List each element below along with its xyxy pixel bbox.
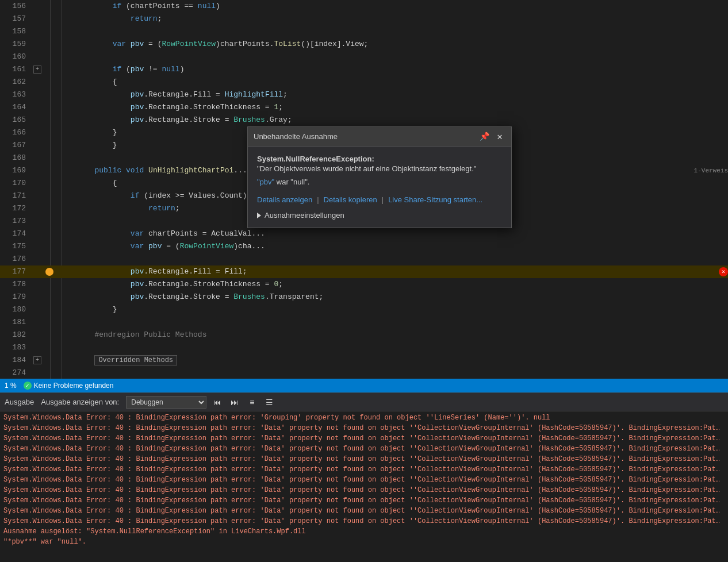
code-line: 159 var pbv = (RowPointView)chartPoints.… [0,38,728,51]
line-number: 157 [0,13,32,25]
code-token: ; [283,90,288,99]
code-token: if [113,2,122,10]
details-anzeigen-link[interactable]: Details anzeigen [257,195,312,204]
line-number: 166 [0,126,32,139]
code-token: public [94,166,121,175]
code-token: #endregion Public Methods [94,330,206,339]
code-token: pbv [131,292,144,301]
output-line: "*pbv**" war "null". [3,537,722,547]
code-token [144,242,148,251]
code-token: )chartPoints. [216,40,274,48]
code-token: .Gray; [265,116,292,124]
no-problems-label: Keine Probleme gefunden [34,382,114,390]
line-number: 183 [0,341,32,354]
code-token: pbv [131,116,144,124]
code-content: pbv.Rectangle.Fill = Fill; [56,265,715,278]
code-line: 158 [0,25,728,38]
code-line: 181 [0,316,728,329]
code-token: pbv [131,40,144,48]
code-token: .Rectangle.Stroke = [144,116,233,124]
code-token: ToList [274,40,301,48]
close-icon[interactable]: ✕ [494,131,505,143]
code-content: var pbv = (RowPointView)cha... [56,240,728,253]
code-content: } [56,303,728,316]
code-token: (index >= Values.Count) [139,191,247,200]
output-line: System.Windows.Data Error: 40 : BindingE… [3,506,722,516]
code-content: Overridden Methods [56,354,728,367]
code-token: } [113,305,117,314]
breakpoint-icon[interactable] [45,268,53,276]
line-number: 171 [0,190,32,202]
code-token: pbv [131,267,144,276]
ausgabe-label: Ausgabe [5,398,34,406]
code-token: (chartPoints == [121,2,198,10]
line-number: 168 [0,152,32,164]
line-number: 169 [0,164,32,177]
output-line: System.Windows.Data Error: 40 : BindingE… [3,433,722,444]
code-token: ) [216,2,220,10]
pin-icon[interactable]: 📌 [478,130,491,143]
output-source-select[interactable]: Debuggen [126,396,206,409]
code-token: ; [278,280,283,288]
code-token: ()[index].View; [301,40,368,48]
expand-collapse-icon[interactable]: + [33,66,41,74]
code-line: 176 [0,253,728,265]
link-separator-1: | [317,195,319,204]
code-content: pbv.Rectangle.Fill = HighlightFill; [56,88,728,101]
code-content: return; [56,13,728,25]
output-panel: Ausgabe Ausgabe anzeigen von: Debuggen ⏮… [0,392,728,562]
code-content: pbv.Rectangle.StrokeThickness = 0; [56,278,728,291]
region-box: Overridden Methods [94,355,177,365]
dialog-links: Details anzeigen | Details kopieren | Li… [257,195,502,204]
code-token: var [131,242,144,251]
zoom-level[interactable]: 1 % [5,382,17,390]
code-line: 182 #endregion Public Methods [0,329,728,341]
output-btn-1[interactable]: ⏮ [211,396,224,409]
live-share-link[interactable]: Live Share-Sitzung starten... [388,195,482,204]
line-number: 161 [0,63,32,76]
code-line: 183 [0,341,728,354]
line-number: 178 [0,278,32,291]
line-number: 172 [0,202,32,215]
expand-collapse-icon[interactable]: + [33,356,41,364]
line-number: 167 [0,139,32,152]
code-token: ; [158,14,162,23]
code-line: 163 pbv.Rectangle.Fill = HighlightFill; [0,88,728,101]
code-token: var [113,40,126,48]
code-content: pbv.Rectangle.StrokeThickness = 1; [56,101,728,114]
show-from-label: Ausgabe anzeigen von: [41,398,119,406]
breakpoint-gutter [43,268,56,276]
code-token: chartPoints = ActualVal... [144,229,265,238]
code-token: .Transparent; [265,292,323,301]
code-line: 157 return; [0,13,728,25]
code-token: pbv [131,65,144,74]
link-separator-2: | [382,195,384,204]
output-btn-4[interactable]: ☰ [263,396,275,409]
check-icon: ✓ [24,382,32,390]
output-btn-3[interactable]: ≡ [246,396,258,409]
code-line: 179 pbv.Rectangle.Stroke = Brushes.Trans… [0,291,728,303]
line-number: 173 [0,215,32,228]
code-token: void [126,166,144,175]
code-token: ( [121,65,131,74]
code-token: Brushes [233,116,265,124]
line-number: 165 [0,114,32,126]
line-number: 184 [0,354,32,367]
code-token: if [113,65,122,74]
output-line: System.Windows.Data Error: 40 : BindingE… [3,464,722,475]
exception-settings-toggle[interactable]: Ausnahmeeinstellungen [257,211,502,220]
line-number: 163 [0,88,32,101]
code-token: = ( [144,40,162,48]
code-token: pbv [131,103,144,111]
code-token: null [162,65,179,74]
code-content: if (pbv != null) [56,63,728,76]
code-line: 174 var chartPoints = ActualVal... [0,228,728,240]
output-btn-2[interactable]: ⏭ [228,396,241,409]
code-line: 156 if (chartPoints == null) [0,0,728,13]
exception-type: System.NullReferenceException: "Der Obje… [257,155,502,173]
details-kopieren-link[interactable]: Details kopieren [324,195,377,204]
code-token: ; [175,204,180,213]
code-content: pbv.Rectangle.Stroke = Brushes.Transpare… [56,291,728,303]
code-content: var pbv = (RowPointView)chartPoints.ToLi… [56,38,728,51]
code-token: pbv [131,280,144,288]
